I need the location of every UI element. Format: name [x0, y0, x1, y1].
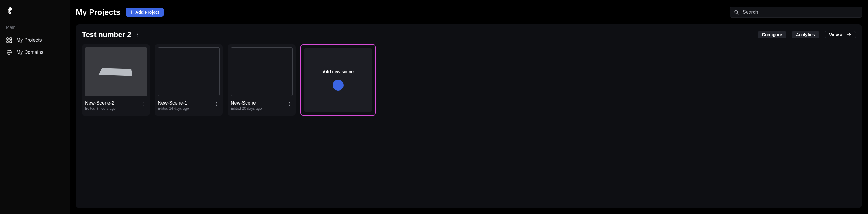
- scene-thumbnail: [231, 47, 292, 96]
- svg-rect-1: [10, 38, 11, 39]
- sidebar-item-label: My Projects: [17, 37, 42, 43]
- dots-vertical-icon: [216, 102, 217, 106]
- scene-name: New-Scene-2: [85, 100, 116, 106]
- view-all-button[interactable]: View all: [825, 31, 856, 38]
- header-bar: My Projects Add Project: [76, 6, 862, 18]
- svg-rect-0: [7, 38, 8, 39]
- svg-point-10: [137, 34, 138, 35]
- configure-button[interactable]: Configure: [758, 31, 786, 38]
- svg-point-11: [137, 36, 138, 37]
- scene-name: New-Scene-1: [158, 100, 189, 106]
- svg-point-17: [216, 105, 217, 106]
- globe-icon: [6, 49, 12, 55]
- scene-menu-button[interactable]: [286, 101, 292, 107]
- plus-icon: [336, 83, 340, 87]
- svg-point-15: [216, 102, 217, 103]
- sidebar-section-label: Main: [0, 25, 70, 34]
- panel-title: Test number 2: [82, 30, 131, 39]
- grid-icon: [6, 37, 12, 43]
- svg-rect-3: [10, 41, 11, 43]
- sidebar-item-my-domains[interactable]: My Domains: [0, 46, 70, 58]
- scene-card[interactable]: New-Scene Edited 20 days ago: [228, 44, 296, 115]
- scene-card[interactable]: New-Scene-1 Edited 14 days ago: [155, 44, 223, 115]
- main-area: My Projects Add Project Test number 2 Co…: [70, 0, 868, 214]
- svg-point-18: [289, 102, 290, 103]
- page-title: My Projects: [76, 8, 120, 17]
- add-project-button[interactable]: Add Project: [126, 8, 163, 17]
- svg-rect-2: [7, 41, 8, 43]
- sidebar-item-label: My Domains: [17, 50, 43, 55]
- dots-vertical-icon: [143, 102, 145, 106]
- search-icon: [734, 10, 739, 15]
- search-input[interactable]: [743, 9, 857, 15]
- analytics-button[interactable]: Analytics: [792, 31, 819, 38]
- svg-point-16: [216, 104, 217, 105]
- add-project-label: Add Project: [135, 10, 159, 15]
- add-scene-button[interactable]: [333, 80, 344, 90]
- arrow-right-icon: [847, 33, 851, 36]
- panel-header: Test number 2 Configure Analytics View a…: [82, 30, 856, 39]
- scene-edited: Edited 3 hours ago: [85, 106, 116, 111]
- scene-name: New-Scene: [231, 100, 262, 106]
- scene-edited: Edited 14 days ago: [158, 106, 189, 111]
- scene-menu-button[interactable]: [214, 101, 220, 107]
- svg-line-8: [738, 13, 739, 14]
- logo: [0, 5, 70, 25]
- panel-actions: Configure Analytics View all: [758, 31, 856, 38]
- svg-point-19: [289, 104, 290, 105]
- scene-edited: Edited 20 days ago: [231, 106, 262, 111]
- sidebar-item-my-projects[interactable]: My Projects: [0, 34, 70, 46]
- add-scene-card[interactable]: Add new scene: [301, 44, 376, 115]
- search-box[interactable]: [730, 7, 862, 18]
- scenes-row: New-Scene-2 Edited 3 hours ago New-Scene…: [82, 44, 856, 115]
- svg-point-9: [137, 33, 138, 34]
- project-menu-button[interactable]: [134, 31, 142, 38]
- plus-icon: [130, 10, 133, 14]
- app-logo-icon: [7, 6, 13, 15]
- view-all-label: View all: [829, 32, 845, 37]
- dots-vertical-icon: [289, 102, 290, 106]
- sidebar: Main My Projects My Domains: [0, 0, 70, 214]
- add-scene-label: Add new scene: [322, 69, 353, 74]
- dots-vertical-icon: [137, 32, 138, 37]
- svg-point-20: [289, 105, 290, 106]
- svg-point-13: [144, 104, 145, 105]
- svg-point-14: [144, 105, 145, 106]
- scene-menu-button[interactable]: [141, 101, 147, 107]
- add-scene-inner: Add new scene: [304, 48, 372, 112]
- svg-point-12: [144, 102, 145, 103]
- scene-card[interactable]: New-Scene-2 Edited 3 hours ago: [82, 44, 150, 115]
- project-panel: Test number 2 Configure Analytics View a…: [76, 24, 862, 208]
- scene-thumbnail: [158, 47, 220, 96]
- scene-thumbnail: [85, 47, 147, 96]
